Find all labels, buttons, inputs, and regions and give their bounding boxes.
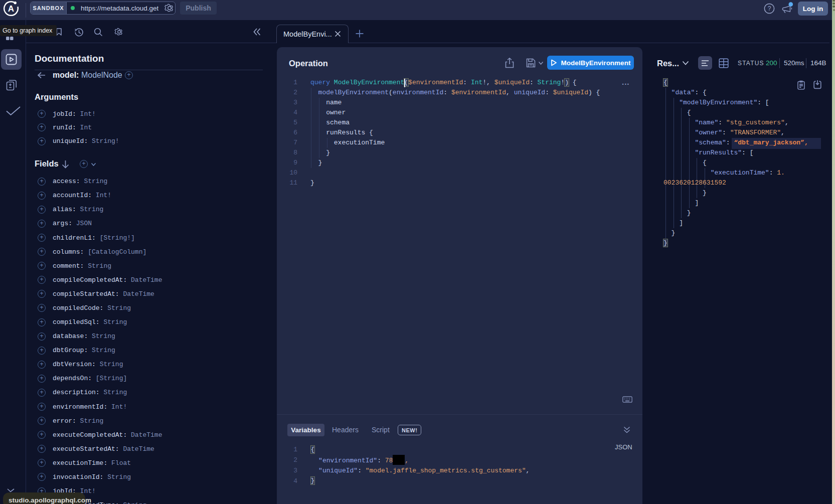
svg-text:?: ? [768,5,771,12]
svg-text:A: A [8,4,14,14]
